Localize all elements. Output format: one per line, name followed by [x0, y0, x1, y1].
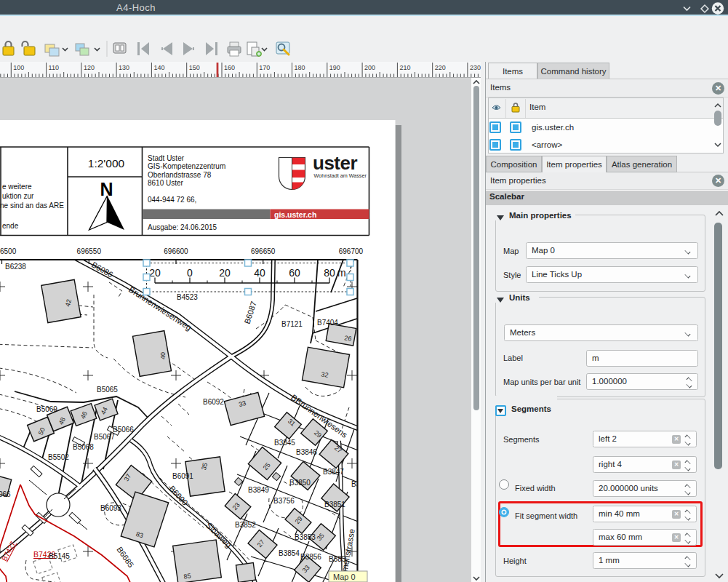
svg-text:B3756: B3756 [273, 497, 295, 505]
svg-text:B5066: B5066 [113, 426, 134, 434]
svg-text:Map 0: Map 0 [333, 573, 356, 581]
svg-text:B3852: B3852 [235, 521, 256, 529]
svg-text:B5067: B5067 [94, 433, 115, 441]
svg-text:220: 220 [435, 64, 446, 71]
svg-text:8610 Uster: 8610 Uster [148, 179, 184, 187]
svg-text:B3849: B3849 [248, 486, 269, 494]
svg-text:ende: ende [2, 222, 19, 230]
svg-text:B3847: B3847 [323, 468, 344, 476]
svg-text:ne sind an das ARE: ne sind an das ARE [0, 202, 64, 210]
svg-text:696650: 696650 [251, 247, 276, 255]
svg-text:GIS-Kompetenzzentrum: GIS-Kompetenzzentrum [148, 162, 225, 170]
svg-text:40: 40 [254, 267, 265, 279]
svg-text:B6091: B6091 [172, 472, 193, 480]
svg-text:120: 120 [84, 64, 95, 71]
svg-text:170: 170 [259, 64, 270, 71]
svg-text:40: 40 [159, 352, 167, 359]
svg-text:B3856: B3856 [300, 553, 321, 561]
svg-text:044-944 72 66,: 044-944 72 66, [148, 196, 196, 204]
svg-text:m: m [337, 267, 346, 279]
svg-text:20: 20 [219, 267, 231, 279]
svg-text:Stadt Uster: Stadt Uster [148, 154, 185, 162]
svg-text:B3845: B3845 [274, 439, 295, 447]
svg-text:1:2'000: 1:2'000 [88, 157, 125, 170]
svg-text:100: 100 [13, 64, 24, 71]
svg-text:180: 180 [295, 64, 305, 71]
svg-text:B6093: B6093 [100, 504, 121, 512]
svg-text:0: 0 [187, 267, 193, 279]
svg-text:130: 130 [119, 64, 129, 71]
svg-text:110: 110 [49, 64, 59, 71]
svg-text:140: 140 [153, 64, 164, 71]
svg-text:Oberlandstrasse 78: Oberlandstrasse 78 [148, 171, 212, 179]
svg-text:26: 26 [344, 334, 353, 343]
svg-text:B5502: B5502 [48, 453, 69, 461]
svg-text:Wohnstadt am Wasser: Wohnstadt am Wasser [314, 172, 367, 179]
svg-text:190: 190 [329, 64, 340, 71]
svg-text:6500: 6500 [0, 247, 17, 255]
svg-text:150: 150 [189, 64, 200, 71]
svg-text:85: 85 [183, 572, 191, 580]
svg-text:B5069: B5069 [36, 405, 57, 413]
svg-text:B5145: B5145 [49, 552, 70, 560]
svg-text:160: 160 [224, 64, 235, 71]
svg-text:B3853: B3853 [295, 533, 316, 541]
svg-text:20: 20 [149, 267, 161, 279]
svg-text:B7404: B7404 [317, 319, 338, 327]
svg-text:066: 066 [0, 490, 11, 498]
svg-text:230: 230 [470, 64, 481, 71]
svg-text:uster: uster [313, 152, 357, 174]
svg-text:210: 210 [399, 64, 410, 71]
svg-text:200: 200 [364, 64, 375, 71]
svg-text:60: 60 [289, 267, 300, 279]
svg-text:B5068: B5068 [73, 443, 94, 451]
svg-text:uktion zur: uktion zur [2, 192, 34, 200]
svg-text:B5065: B5065 [97, 386, 118, 394]
svg-text:Ausgabe: 24.06.2015: Ausgabe: 24.06.2015 [148, 223, 217, 231]
svg-text:80: 80 [324, 267, 335, 279]
svg-text:B7121: B7121 [281, 320, 303, 328]
svg-text:e weitere: e weitere [2, 183, 32, 191]
svg-text:B3854: B3854 [279, 549, 300, 557]
svg-text:696550: 696550 [77, 247, 102, 255]
svg-text:B4523: B4523 [177, 293, 198, 301]
svg-text:32: 32 [321, 370, 329, 379]
svg-text:B3850: B3850 [289, 479, 311, 487]
svg-text:B6238: B6238 [5, 263, 26, 271]
svg-text:696600: 696600 [164, 247, 188, 255]
svg-text:B3851: B3851 [324, 501, 345, 509]
svg-text:696700: 696700 [339, 247, 364, 255]
svg-text:B3846: B3846 [296, 448, 317, 456]
svg-text:B6092: B6092 [203, 398, 224, 406]
svg-text:gis.uster.ch: gis.uster.ch [274, 210, 316, 219]
